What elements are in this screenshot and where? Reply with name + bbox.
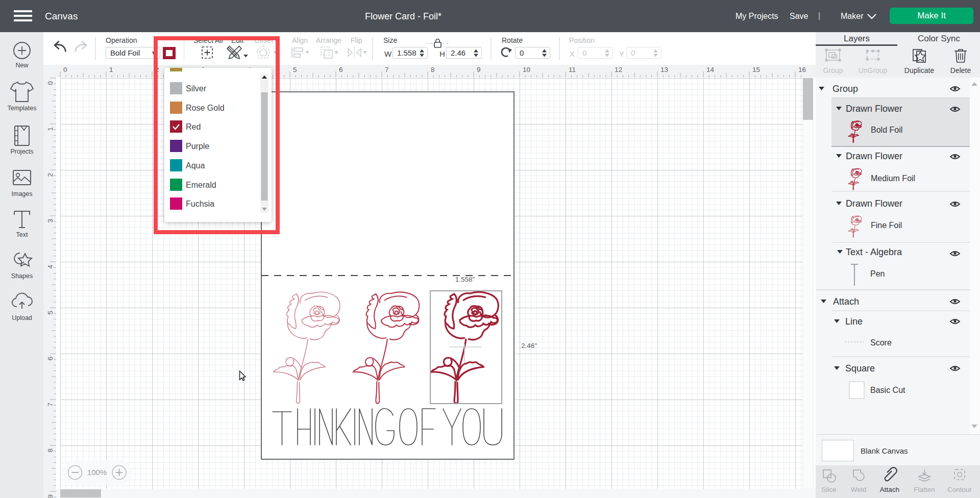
- svg-text:2.46": 2.46": [521, 342, 537, 350]
- svg-text:8: 8: [431, 66, 435, 73]
- svg-text:UnGroup: UnGroup: [859, 66, 888, 74]
- svg-text:Text: Text: [16, 231, 28, 238]
- svg-text:Delete: Delete: [950, 66, 971, 74]
- svg-text:Templates: Templates: [8, 105, 37, 112]
- svg-text:Score: Score: [870, 338, 892, 347]
- svg-text:Weld: Weld: [851, 486, 867, 493]
- svg-text:6: 6: [46, 357, 54, 361]
- svg-text:Medium Foil: Medium Foil: [871, 174, 915, 183]
- svg-text:Pen: Pen: [870, 269, 885, 278]
- svg-text:Fine Foil: Fine Foil: [871, 221, 902, 230]
- svg-text:Group: Group: [823, 66, 843, 74]
- svg-text:Shapes: Shapes: [11, 272, 33, 280]
- svg-text:Images: Images: [12, 190, 33, 197]
- svg-text:Contour: Contour: [947, 486, 972, 493]
- svg-text:Drawn Flower: Drawn Flower: [846, 104, 902, 114]
- svg-text:Line: Line: [845, 316, 863, 327]
- svg-text:Flatten: Flatten: [914, 486, 935, 493]
- svg-text:Drawn Flower: Drawn Flower: [846, 198, 902, 209]
- svg-text:5: 5: [293, 66, 297, 73]
- svg-text:2: 2: [46, 173, 54, 177]
- svg-text:14: 14: [706, 66, 715, 73]
- svg-text:1.558": 1.558": [455, 276, 475, 283]
- svg-text:16: 16: [798, 66, 806, 73]
- svg-text:Text - Algebra: Text - Algebra: [846, 247, 902, 257]
- svg-text:7: 7: [46, 403, 54, 407]
- svg-text:Slice: Slice: [821, 486, 836, 493]
- svg-text:10: 10: [523, 66, 530, 73]
- svg-text:Projects: Projects: [10, 148, 33, 155]
- svg-text:8: 8: [46, 449, 54, 453]
- svg-text:12: 12: [615, 66, 622, 73]
- svg-text:9: 9: [477, 66, 481, 73]
- svg-text:Attach: Attach: [880, 486, 899, 493]
- svg-text:4: 4: [46, 265, 54, 269]
- svg-text:Upload: Upload: [12, 314, 32, 321]
- svg-text:0: 0: [63, 66, 67, 73]
- svg-text:6: 6: [339, 66, 343, 73]
- svg-text:Group: Group: [832, 84, 858, 94]
- svg-text:15: 15: [752, 66, 760, 73]
- svg-text:Drawn Flower: Drawn Flower: [846, 151, 902, 161]
- svg-text:9: 9: [46, 494, 54, 498]
- svg-text:100%: 100%: [87, 468, 107, 477]
- svg-text:0: 0: [46, 81, 54, 85]
- svg-text:7: 7: [385, 66, 389, 73]
- svg-text:Square: Square: [845, 363, 875, 374]
- svg-text:13: 13: [660, 66, 668, 73]
- svg-text:New: New: [15, 62, 29, 69]
- svg-text:5: 5: [46, 311, 54, 315]
- svg-text:Duplicate: Duplicate: [904, 66, 935, 74]
- svg-text:11: 11: [569, 66, 576, 73]
- svg-text:Attach: Attach: [833, 296, 859, 307]
- svg-text:Basic Cut: Basic Cut: [870, 386, 905, 394]
- svg-text:3: 3: [46, 219, 54, 223]
- svg-text:Bold Foil: Bold Foil: [871, 126, 902, 134]
- svg-text:1: 1: [109, 66, 113, 73]
- svg-text:1: 1: [46, 127, 54, 131]
